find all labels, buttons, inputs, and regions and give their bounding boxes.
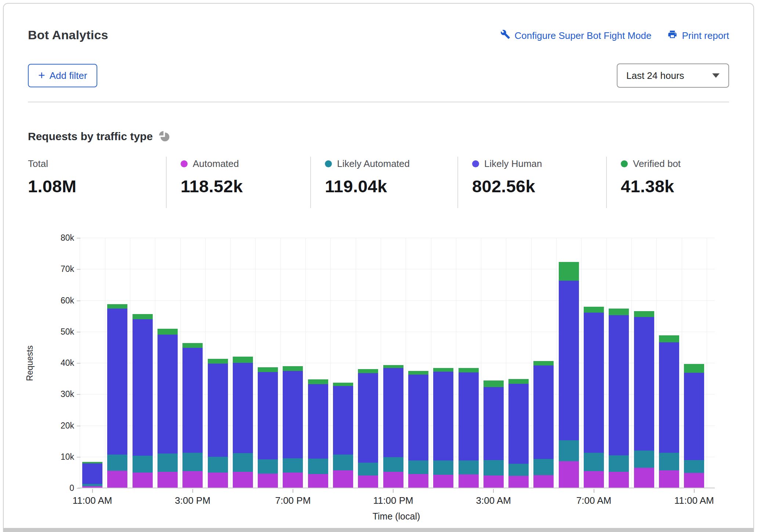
next-section-divider xyxy=(4,528,753,532)
x-tick-label: 11:00 PM xyxy=(364,495,423,506)
gridline-v xyxy=(356,238,356,488)
bar-segment-likely-human xyxy=(133,319,153,456)
bar-segment-likely-automated xyxy=(333,455,353,470)
bar-segment-likely-automated xyxy=(508,464,529,476)
y-tick-dash xyxy=(77,269,80,270)
gridline-v xyxy=(606,238,607,488)
bar-segment-automated xyxy=(333,470,353,488)
gridline-v xyxy=(381,238,381,488)
x-tick-mark xyxy=(393,489,394,493)
x-tick-label: 11:00 AM xyxy=(665,495,724,506)
bar-segment-automated xyxy=(433,475,453,488)
printer-icon xyxy=(667,29,677,42)
bar-12:00 PM xyxy=(107,304,127,488)
gridline-v xyxy=(280,238,281,488)
bot-analytics-card: Bot Analytics Configure Super Bot Fight … xyxy=(3,3,754,532)
gridline-v xyxy=(506,238,506,488)
bar-segment-likely-automated xyxy=(659,453,679,470)
bar-segment-automated xyxy=(208,473,228,488)
bar-7:00 PM xyxy=(283,366,303,488)
section-title: Requests by traffic type xyxy=(28,130,153,143)
bar-4:00 PM xyxy=(208,359,228,488)
y-tick-label: 10k xyxy=(33,452,74,462)
gridline-v xyxy=(305,238,306,488)
bar-segment-likely-human xyxy=(182,348,203,453)
gridline-v xyxy=(481,238,481,488)
bar-segment-likely-human xyxy=(283,371,303,458)
bar-segment-likely-automated xyxy=(107,455,127,471)
bar-segment-likely-automated xyxy=(684,460,704,473)
add-filter-button[interactable]: + Add filter xyxy=(28,64,97,87)
bar-segment-verified-bot xyxy=(659,335,679,342)
configure-super-bot-fight-mode-link[interactable]: Configure Super Bot Fight Mode xyxy=(500,29,652,42)
bar-segment-automated xyxy=(584,471,604,488)
bar-segment-verified-bot xyxy=(584,307,604,312)
bar-segment-automated xyxy=(609,472,629,488)
bar-5:00 AM xyxy=(533,361,554,488)
x-tick-mark xyxy=(594,489,594,493)
bar-segment-likely-automated xyxy=(408,460,428,474)
gridline-v xyxy=(456,238,456,488)
bar-segment-likely-human xyxy=(208,364,228,457)
stat-likely-human: Likely Human 802.56k xyxy=(457,157,606,208)
gridline-v xyxy=(581,238,582,488)
gridline-v xyxy=(707,238,707,488)
y-tick-dash xyxy=(77,394,80,395)
bar-segment-verified-bot xyxy=(684,364,704,373)
time-range-select[interactable]: Last 24 hours xyxy=(617,63,729,88)
stat-likely-automated: Likely Automated 119.04k xyxy=(310,157,457,208)
bar-segment-likely-automated xyxy=(358,463,378,475)
bar-segment-verified-bot xyxy=(609,309,629,316)
chevron-down-icon xyxy=(712,73,720,78)
bar-segment-automated xyxy=(559,461,579,488)
x-tick-label: 3:00 PM xyxy=(163,495,222,506)
bar-segment-verified-bot xyxy=(408,371,428,375)
likely-human-dot xyxy=(472,160,479,167)
gridline-v xyxy=(105,238,105,488)
y-tick-label: 40k xyxy=(33,358,74,368)
bar-segment-likely-automated xyxy=(533,459,554,475)
y-tick-dash xyxy=(77,457,80,458)
bar-segment-verified-bot xyxy=(308,379,328,384)
bar-segment-likely-human xyxy=(82,463,102,484)
bar-segment-likely-automated xyxy=(609,455,629,471)
y-tick-dash xyxy=(77,238,80,238)
bar-segment-likely-automated xyxy=(308,459,328,474)
bar-segment-automated xyxy=(358,475,378,488)
y-tick-dash xyxy=(77,363,80,364)
bar-segment-likely-automated xyxy=(383,457,403,472)
x-tick-mark xyxy=(192,489,193,493)
print-report-link[interactable]: Print report xyxy=(667,29,729,42)
bar-segment-likely-human xyxy=(684,373,704,460)
bar-segment-verified-bot xyxy=(157,329,178,335)
verified-bot-dot xyxy=(621,160,628,167)
gridline-v xyxy=(556,238,557,488)
header-links: Configure Super Bot Fight Mode Print rep… xyxy=(500,28,729,42)
bar-11:00 PM xyxy=(383,365,403,488)
bar-segment-verified-bot xyxy=(233,357,253,363)
bar-segment-likely-human xyxy=(584,313,604,453)
x-tick-mark xyxy=(92,489,93,493)
y-tick-label: 70k xyxy=(33,264,74,274)
bar-segment-likely-human xyxy=(559,281,579,441)
gridline-v xyxy=(130,238,130,488)
bar-1:00 AM xyxy=(433,368,453,488)
y-tick-label: 50k xyxy=(33,327,74,337)
x-tick-label: 11:00 AM xyxy=(63,495,122,506)
bar-segment-likely-automated xyxy=(233,453,253,471)
add-filter-label: Add filter xyxy=(50,70,87,81)
bar-segment-likely-human xyxy=(157,335,178,453)
gridline-v xyxy=(631,238,632,488)
bar-segment-likely-automated xyxy=(258,459,278,473)
stat-value: 119.04k xyxy=(325,176,457,196)
bar-8:00 PM xyxy=(308,379,328,488)
bar-segment-automated xyxy=(483,475,504,488)
y-tick-dash xyxy=(77,300,80,301)
y-tick-label: 30k xyxy=(33,389,74,399)
stat-verified-bot: Verified bot 41.38k xyxy=(606,157,729,208)
bar-3:00 AM xyxy=(483,380,504,488)
stat-total: Total 1.08M xyxy=(28,157,166,208)
bar-segment-automated xyxy=(659,470,679,488)
y-tick-dash xyxy=(77,488,80,489)
stat-label: Likely Human xyxy=(484,158,542,170)
